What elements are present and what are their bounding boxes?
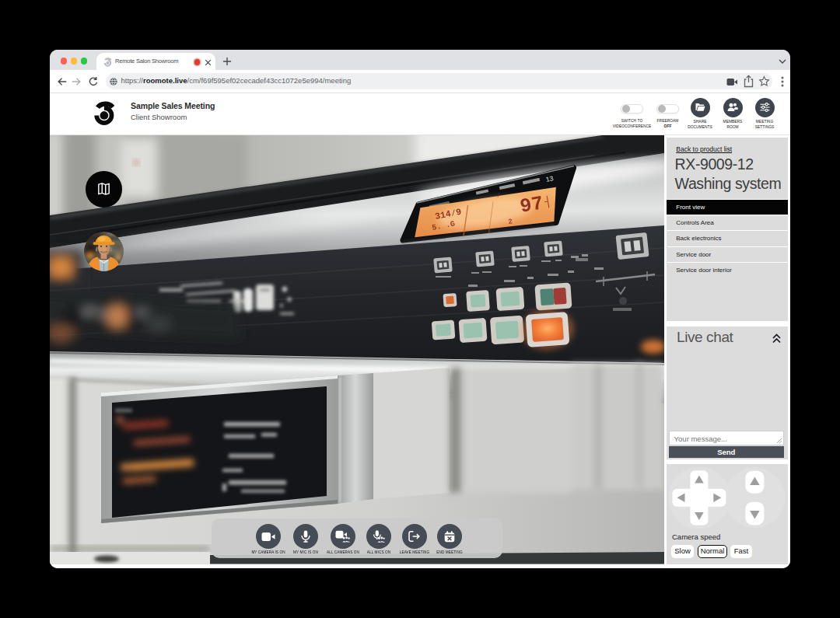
- svg-text:97: 97: [518, 192, 545, 218]
